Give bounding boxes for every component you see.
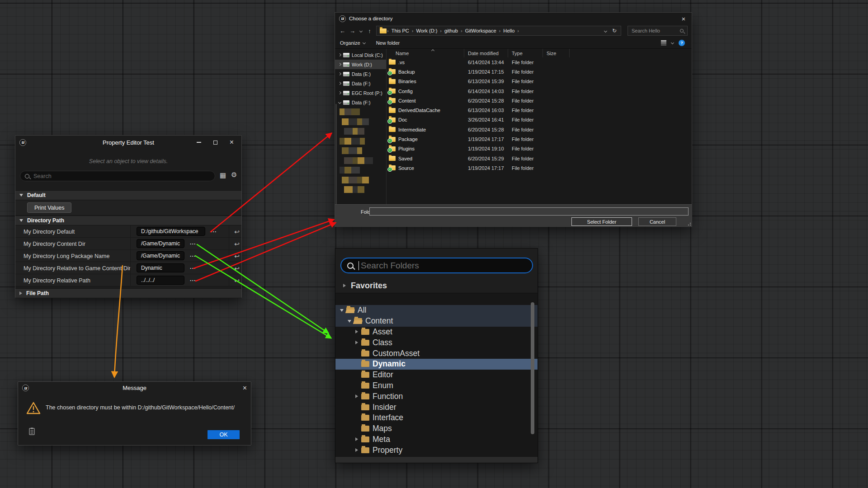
reset-to-default-icon[interactable]: ↩ (232, 225, 242, 238)
select-folder-button[interactable]: Select Folder (571, 217, 632, 226)
file-row[interactable]: Backup1/19/2024 17:15File folder (387, 67, 692, 76)
address-dropdown-icon[interactable] (604, 29, 607, 32)
column-header-date[interactable]: Date modified (464, 49, 508, 57)
view-dropdown-icon[interactable] (671, 41, 674, 44)
folder-tree-item-content[interactable]: Content (335, 316, 538, 327)
redacted-item (335, 175, 386, 185)
browse-ellipsis-button[interactable]: ... (190, 252, 196, 258)
resize-grip[interactable] (688, 223, 691, 225)
help-icon[interactable] (679, 40, 685, 46)
property-value-input[interactable]: /Game/Dynamic (137, 251, 184, 260)
file-row[interactable]: Doc3/26/2024 16:41File folder (387, 115, 692, 125)
browse-ellipsis-button[interactable]: ... (190, 276, 196, 282)
reset-to-default-icon[interactable]: ↩ (232, 250, 242, 262)
search-input[interactable]: Search (20, 171, 215, 181)
property-value-input[interactable]: /Game/Dynamic (137, 239, 184, 248)
file-row[interactable]: Content6/20/2024 15:28File folder (387, 96, 692, 105)
chevron-right-icon[interactable] (353, 394, 360, 398)
folder-tree-item-property[interactable]: Property (335, 445, 538, 455)
browse-ellipsis-button[interactable]: ... (190, 239, 196, 246)
chevron-right-icon[interactable] (353, 437, 360, 441)
folder-search-input[interactable]: Search Folders (340, 258, 533, 273)
close-button[interactable]: × (676, 13, 691, 24)
folder-tree-item-function[interactable]: Function (335, 391, 538, 402)
favorites-section[interactable]: Favorites (335, 278, 538, 293)
reset-to-default-icon[interactable]: ↩ (232, 238, 242, 250)
minimize-icon[interactable] (197, 142, 201, 143)
folder-tree-item-meta[interactable]: Meta (335, 434, 538, 445)
file-row[interactable]: Config6/14/2024 14:03File folder (387, 86, 692, 96)
sidebar-item[interactable]: Data (F:) (335, 98, 386, 107)
browse-ellipsis-button[interactable]: ... (211, 227, 217, 234)
browse-ellipsis-button[interactable]: ... (190, 264, 196, 270)
section-header-file-path[interactable]: File Path (15, 288, 241, 298)
new-folder-button[interactable]: New folder (376, 40, 400, 46)
chevron-right-icon[interactable] (353, 448, 360, 452)
column-header-type[interactable]: Type (508, 49, 543, 57)
reset-to-default-icon[interactable]: ↩ (232, 274, 242, 286)
breadcrumb-item[interactable]: GitWorkspace (463, 28, 499, 33)
sidebar-item[interactable]: Local Disk (C:) (335, 50, 386, 60)
organize-button[interactable]: Organize (340, 40, 365, 46)
file-row[interactable]: Package1/19/2024 17:17File folder (387, 134, 692, 144)
breadcrumb-item[interactable]: This PC (389, 28, 411, 33)
file-row[interactable]: Plugins1/19/2024 19:10File folder (387, 144, 692, 154)
folder-tree-item-enum[interactable]: Enum (335, 380, 538, 391)
folder-tree-item-customasset[interactable]: CustomAsset (335, 348, 538, 359)
display-settings-icon[interactable]: ▦ (220, 172, 226, 178)
folder-tree-item-editor[interactable]: Editor (335, 370, 538, 380)
refresh-icon[interactable]: ↻ (612, 28, 617, 34)
print-values-button[interactable]: Print Values (27, 202, 71, 213)
file-name-cell: Package (387, 136, 464, 142)
recent-locations-icon[interactable] (359, 29, 363, 32)
property-value-input[interactable]: D:/github/GitWorkspace (137, 227, 205, 236)
address-bar[interactable]: › This PC›Work (D:)›github›GitWorkspace›… (376, 26, 621, 36)
view-mode-icon[interactable] (661, 40, 666, 45)
folder-tree-item-dynamic[interactable]: Dynamic (335, 359, 538, 370)
section-header-directory-path[interactable]: Directory Path (15, 216, 241, 225)
file-row[interactable]: Source1/19/2024 17:17File folder (387, 163, 692, 173)
breadcrumb-item[interactable]: Work (D:) (414, 28, 439, 33)
chevron-right-icon[interactable] (353, 330, 360, 333)
breadcrumb-item[interactable]: Hello (501, 28, 517, 33)
back-icon[interactable]: ← (339, 28, 346, 34)
column-header-size[interactable]: Size (543, 49, 570, 57)
column-header-name[interactable]: Name (387, 49, 464, 57)
file-row[interactable]: Saved6/20/2024 15:29File folder (387, 154, 692, 163)
up-icon[interactable]: ↑ (366, 28, 373, 34)
file-row[interactable]: Binaries6/13/2024 15:39File folder (387, 77, 692, 86)
sidebar-item[interactable]: EGC Root (P:) (335, 88, 386, 98)
folder-tree-item-insider[interactable]: Insider (335, 402, 538, 413)
file-row[interactable]: DerivedDataCache6/13/2024 16:03File fold… (387, 105, 692, 115)
section-header-default[interactable]: Default (15, 190, 241, 200)
sidebar-item[interactable]: Data (E:) (335, 69, 386, 79)
maximize-icon[interactable] (213, 141, 217, 145)
sidebar-scrollbar[interactable] (335, 104, 337, 205)
sidebar-item[interactable]: Work (D:) (335, 60, 386, 69)
property-value-input[interactable]: Dynamic (137, 263, 184, 272)
chevron-down-icon[interactable] (338, 309, 345, 312)
chevron-down-icon[interactable] (346, 320, 353, 323)
cancel-button[interactable]: Cancel (638, 217, 676, 226)
sidebar-item[interactable]: Data (F:) (335, 79, 386, 88)
gear-icon[interactable]: ⚙ (231, 171, 237, 178)
forward-icon[interactable]: → (349, 28, 356, 34)
folder-tree-item-interface[interactable]: Interface (335, 413, 538, 423)
file-row[interactable]: .vs6/14/2024 13:44File folder (387, 57, 692, 67)
chevron-right-icon[interactable] (353, 341, 360, 344)
breadcrumb-item[interactable]: github (442, 28, 460, 33)
copy-to-clipboard-icon[interactable] (29, 427, 35, 435)
folder-name-input[interactable] (369, 207, 689, 216)
close-icon[interactable]: × (230, 139, 234, 146)
search-input[interactable]: Search Hello (627, 26, 688, 36)
property-value-input[interactable]: ../../../ (137, 276, 184, 285)
folder-tree-item-all[interactable]: All (335, 305, 538, 316)
folder-tree-item-maps[interactable]: Maps (335, 423, 538, 434)
close-icon[interactable]: × (243, 385, 247, 392)
file-row[interactable]: Intermediate6/20/2024 15:28File folder (387, 125, 692, 134)
folder-tree-item-class[interactable]: Class (335, 337, 538, 348)
ok-button[interactable]: OK (208, 430, 240, 439)
reset-to-default-icon[interactable]: ↩ (232, 262, 242, 274)
folder-tree-item-asset[interactable]: Asset (335, 327, 538, 338)
tree-scrollbar[interactable] (531, 302, 534, 434)
